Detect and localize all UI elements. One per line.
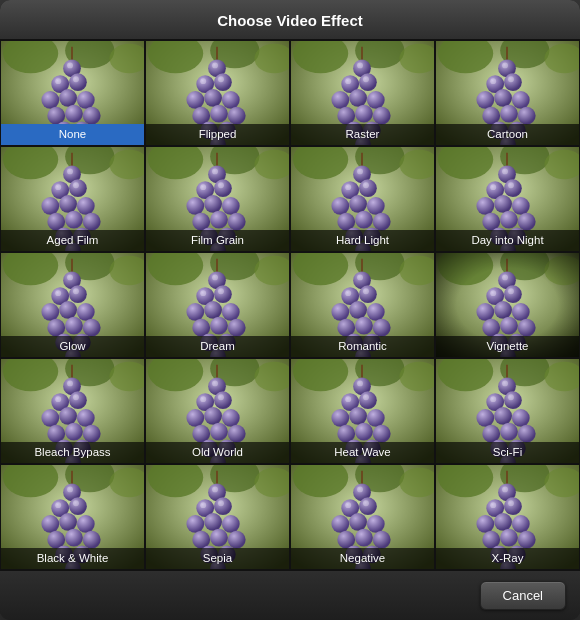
svg-point-53	[373, 107, 391, 125]
svg-point-92	[65, 211, 83, 229]
svg-point-278	[200, 396, 206, 402]
effect-label-sepia: Sepia	[146, 548, 289, 569]
svg-point-338	[55, 502, 61, 508]
svg-point-78	[490, 78, 496, 84]
svg-point-77	[502, 62, 508, 68]
svg-point-299	[363, 394, 369, 400]
svg-point-10	[77, 91, 95, 109]
effect-cell-negative[interactable]: Negative	[290, 464, 435, 570]
svg-point-248	[41, 409, 59, 427]
svg-point-348	[186, 515, 204, 533]
svg-point-298	[345, 396, 351, 402]
svg-point-68	[476, 91, 494, 109]
svg-point-27	[214, 73, 232, 91]
svg-point-227	[504, 285, 522, 303]
effect-cell-day-into-night[interactable]: Day into Night	[435, 146, 580, 252]
svg-point-87	[69, 179, 87, 197]
svg-point-312	[500, 423, 518, 441]
effect-cell-dream[interactable]: Dream	[145, 252, 290, 358]
svg-point-297	[357, 380, 363, 386]
svg-point-52	[355, 105, 373, 123]
svg-point-319	[508, 394, 514, 400]
effect-label-day-into-night: Day into Night	[436, 230, 579, 251]
svg-point-378	[345, 502, 351, 508]
svg-point-112	[210, 211, 228, 229]
svg-point-268	[186, 409, 204, 427]
effect-cell-hard-light[interactable]: Hard Light	[290, 146, 435, 252]
svg-point-110	[222, 197, 240, 215]
svg-point-313	[518, 425, 536, 443]
effect-cell-flipped[interactable]: Flipped	[145, 40, 290, 146]
svg-point-253	[83, 425, 101, 443]
svg-point-178	[55, 290, 61, 296]
svg-point-273	[228, 425, 246, 443]
svg-point-238	[490, 290, 496, 296]
svg-point-127	[359, 179, 377, 197]
svg-point-158	[490, 184, 496, 190]
effect-cell-romantic[interactable]: Romantic	[290, 252, 435, 358]
svg-point-379	[363, 500, 369, 506]
dialog-title: Choose Video Effect	[0, 0, 580, 40]
svg-point-290	[367, 409, 385, 427]
svg-point-108	[186, 197, 204, 215]
svg-point-168	[41, 303, 59, 321]
effect-cell-old-world[interactable]: Old World	[145, 358, 290, 464]
svg-point-397	[502, 486, 508, 492]
svg-point-170	[77, 303, 95, 321]
svg-point-19	[73, 76, 79, 82]
effect-cell-xray[interactable]: X-Ray	[435, 464, 580, 570]
effect-cell-heat-wave[interactable]: Heat Wave	[290, 358, 435, 464]
svg-point-329	[59, 513, 77, 531]
svg-point-347	[214, 497, 232, 515]
effect-cell-bleach-bypass[interactable]: Bleach Bypass	[0, 358, 145, 464]
svg-point-47	[359, 73, 377, 91]
effect-label-none: None	[1, 124, 144, 145]
svg-point-188	[186, 303, 204, 321]
effects-grid: None Flipped	[0, 40, 580, 570]
effect-cell-sci-fi[interactable]: Sci-Fi	[435, 358, 580, 464]
effect-cell-film-grain[interactable]: Film Grain	[145, 146, 290, 252]
svg-point-398	[490, 502, 496, 508]
svg-point-39	[218, 76, 224, 82]
svg-point-318	[490, 396, 496, 402]
svg-point-332	[65, 529, 83, 547]
svg-point-307	[504, 391, 522, 409]
svg-point-228	[476, 303, 494, 321]
effect-cell-black-white[interactable]: Black & White	[0, 464, 145, 570]
svg-point-337	[67, 486, 73, 492]
svg-point-249	[59, 407, 77, 425]
effect-label-dream: Dream	[146, 336, 289, 357]
svg-point-209	[349, 301, 367, 319]
svg-point-197	[212, 274, 218, 280]
svg-point-368	[331, 515, 349, 533]
svg-point-137	[357, 168, 363, 174]
svg-point-218	[345, 290, 351, 296]
svg-point-353	[228, 531, 246, 549]
svg-point-279	[218, 394, 224, 400]
effect-cell-sepia[interactable]: Sepia	[145, 464, 290, 570]
svg-point-393	[518, 531, 536, 549]
svg-point-232	[500, 317, 518, 335]
effect-label-aged-film: Aged Film	[1, 230, 144, 251]
effect-label-raster: Raster	[291, 124, 434, 145]
cancel-button[interactable]: Cancel	[480, 581, 566, 610]
svg-point-152	[500, 211, 518, 229]
svg-point-130	[367, 197, 385, 215]
effect-cell-vignette[interactable]: Vignette	[435, 252, 580, 358]
svg-point-237	[502, 274, 508, 280]
svg-point-270	[222, 409, 240, 427]
svg-point-113	[228, 213, 246, 231]
effect-cell-glow[interactable]: Glow	[0, 252, 145, 358]
svg-point-387	[504, 497, 522, 515]
effect-cell-cartoon[interactable]: Cartoon	[435, 40, 580, 146]
svg-point-389	[494, 513, 512, 531]
effect-cell-aged-film[interactable]: Aged Film	[0, 146, 145, 252]
effect-cell-none[interactable]: None	[0, 40, 145, 146]
svg-point-149	[494, 195, 512, 213]
svg-point-207	[359, 285, 377, 303]
svg-point-190	[222, 303, 240, 321]
effect-cell-raster[interactable]: Raster	[290, 40, 435, 146]
svg-point-267	[214, 391, 232, 409]
svg-point-350	[222, 515, 240, 533]
svg-point-118	[200, 184, 206, 190]
